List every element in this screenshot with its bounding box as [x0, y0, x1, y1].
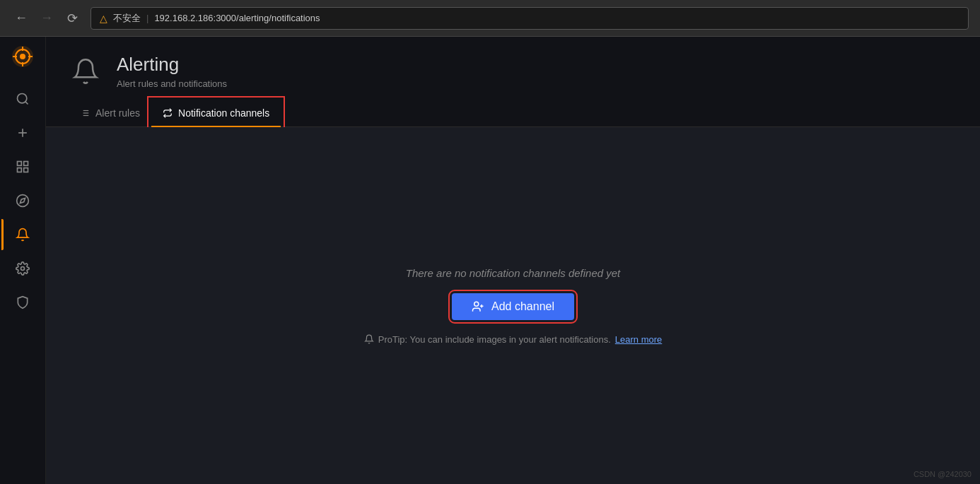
- grid-icon: [16, 160, 30, 174]
- learn-more-link[interactable]: Learn more: [615, 334, 662, 345]
- add-user-icon: [472, 300, 484, 313]
- svg-line-8: [25, 102, 28, 105]
- sidebar-item-explore[interactable]: [7, 185, 38, 216]
- security-label: 不安全: [113, 12, 141, 25]
- alerting-header-icon: [71, 57, 100, 85]
- page-header: Alerting Alert rules and notifications: [46, 37, 980, 89]
- page-subtitle: Alert rules and notifications: [117, 78, 227, 89]
- svg-rect-11: [18, 162, 22, 166]
- compass-icon: [16, 194, 30, 208]
- search-icon: [16, 92, 30, 106]
- list-icon: [80, 108, 90, 118]
- sidebar-item-alerting[interactable]: [7, 219, 38, 250]
- tab-notification-channels-label: Notification channels: [178, 107, 269, 119]
- url-text: 192.168.2.186:3000/alerting/notification…: [154, 13, 320, 23]
- gear-icon: [16, 261, 30, 276]
- protip-text: ProTip: You can include images in your a…: [378, 334, 611, 345]
- svg-rect-12: [24, 162, 28, 166]
- main-content: Alerting Alert rules and notifications A…: [46, 37, 980, 484]
- bell-icon: [16, 228, 30, 242]
- svg-rect-13: [18, 168, 22, 172]
- svg-marker-16: [20, 198, 25, 203]
- add-channel-button[interactable]: Add channel: [452, 293, 574, 320]
- tab-notification-channels[interactable]: Notification channels: [151, 100, 281, 127]
- sidebar-item-shield[interactable]: [7, 287, 38, 318]
- reload-button[interactable]: ⟳: [62, 8, 82, 28]
- sidebar-item-settings[interactable]: [7, 253, 38, 284]
- svg-point-7: [18, 94, 27, 103]
- warning-icon: △: [100, 13, 107, 24]
- grafana-logo[interactable]: [8, 42, 37, 71]
- svg-rect-14: [24, 168, 28, 172]
- browser-chrome: ← → ⟳ △ 不安全 | 192.168.2.186:3000/alertin…: [0, 0, 980, 37]
- watermark: CSDN @242030: [914, 470, 972, 478]
- tab-alert-rules-label: Alert rules: [95, 107, 140, 119]
- nav-buttons: ← → ⟳: [11, 8, 82, 28]
- protip: ProTip: You can include images in your a…: [364, 334, 663, 345]
- protip-icon: [364, 334, 374, 344]
- grafana-logo-svg: [11, 45, 34, 68]
- sidebar-item-search[interactable]: [7, 83, 38, 114]
- tab-alert-rules[interactable]: Alert rules: [69, 100, 151, 127]
- notify-icon: [163, 108, 173, 118]
- svg-point-15: [17, 195, 29, 207]
- page-header-icon: [69, 54, 103, 88]
- shield-icon: [16, 295, 30, 309]
- add-channel-button-label: Add channel: [491, 300, 554, 313]
- address-bar[interactable]: △ 不安全 | 192.168.2.186:3000/alerting/noti…: [91, 7, 969, 30]
- svg-point-24: [474, 302, 479, 306]
- back-button[interactable]: ←: [11, 8, 31, 28]
- sidebar: [0, 37, 46, 484]
- empty-state: There are no notification channels defin…: [364, 267, 663, 345]
- separator: |: [146, 13, 148, 23]
- plus-icon: [16, 126, 30, 140]
- forward-button[interactable]: →: [37, 8, 57, 28]
- page-title: Alerting: [117, 54, 227, 76]
- empty-state-text: There are no notification channels defin…: [406, 267, 621, 279]
- sidebar-item-dashboards[interactable]: [7, 151, 38, 182]
- page-header-text: Alerting Alert rules and notifications: [117, 54, 227, 89]
- svg-point-17: [21, 267, 25, 271]
- tabs-bar: Alert rules Notification channels: [46, 100, 980, 127]
- svg-point-2: [20, 54, 25, 59]
- sidebar-item-add[interactable]: [7, 117, 38, 148]
- app-container: Alerting Alert rules and notifications A…: [0, 37, 980, 484]
- content-area: There are no notification channels defin…: [46, 127, 980, 484]
